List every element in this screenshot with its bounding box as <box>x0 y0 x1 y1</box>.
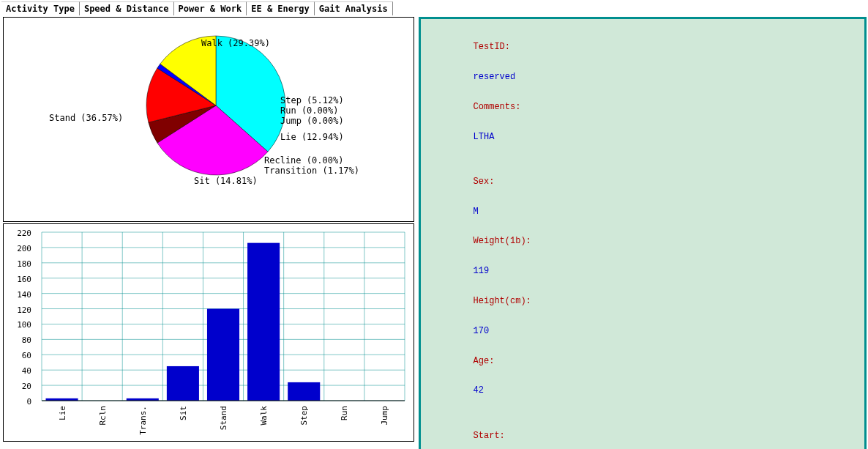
pie-label-step: Step (5.12%) <box>280 95 344 105</box>
pie-label-walk: Walk (29.39%) <box>201 38 270 48</box>
sex-value: M <box>474 207 479 217</box>
comments-value: LTHA <box>474 132 495 142</box>
weight-label: Weight(1b): <box>474 236 531 246</box>
bar-ytick: 140 <box>10 290 31 300</box>
bar-chart-panel: 020406080100120140160180200220LieRclnTra… <box>3 223 414 442</box>
pie-label-sit: Sit (14.81%) <box>194 176 258 186</box>
tab-activity-type[interactable]: Activity Type <box>1 1 80 15</box>
bar-category-label: Sit <box>179 406 188 420</box>
bar-ytick: 200 <box>10 244 31 253</box>
svg-rect-27 <box>247 243 280 401</box>
bar-category-label: Step <box>299 406 309 426</box>
bar-ytick: 80 <box>10 335 31 345</box>
start-label: Start: <box>474 431 505 441</box>
bar-category-label: Stand <box>219 406 228 430</box>
testid-value: reserved <box>474 72 516 82</box>
bar-category-label: Jump <box>380 406 389 426</box>
bar-ytick: 160 <box>10 275 31 284</box>
pie-label-run: Run (0.00%) <box>280 105 338 116</box>
tab-ee-energy[interactable]: EE & Energy <box>247 1 314 15</box>
age-label: Age: <box>474 356 495 366</box>
pie-label-stand: Stand (36.57%) <box>49 113 123 123</box>
bar-category-label: Lie <box>58 406 67 420</box>
bar-category-label: Trans. <box>138 406 148 435</box>
tab-speed-distance[interactable]: Speed & Distance <box>80 1 174 15</box>
svg-rect-26 <box>207 309 239 401</box>
bar-ytick: 20 <box>10 382 31 391</box>
bar-ytick: 0 <box>10 397 31 407</box>
bar-ytick: 100 <box>10 320 31 330</box>
age-value: 42 <box>474 385 484 396</box>
bar-category-label: Run <box>340 406 349 420</box>
sex-label: Sex: <box>474 177 495 187</box>
pie-label-recline: Recline (0.00%) <box>264 155 343 166</box>
bar-ytick: 40 <box>10 366 31 376</box>
pie-label-lie: Lie (12.94%) <box>280 132 344 142</box>
bar-ytick: 220 <box>10 229 31 238</box>
pie-label-transition: Transition (1.17%) <box>264 166 359 176</box>
info-panel: TestID: reserved Comments: LTHA Sex: M W… <box>419 17 867 449</box>
height-value: 170 <box>474 326 490 336</box>
pie-label-jump: Jump (0.00%) <box>280 116 344 126</box>
bar-ytick: 60 <box>10 351 31 360</box>
bar-chart <box>11 228 412 411</box>
bar-category-label: Walk <box>259 406 269 426</box>
svg-rect-25 <box>167 366 199 401</box>
tab-bar: Activity Type Speed & Distance Power & W… <box>0 0 868 15</box>
bar-ytick: 120 <box>10 305 31 315</box>
testid-label: TestID: <box>474 42 510 52</box>
bar-category-label: Rcln <box>98 406 108 426</box>
bar-ytick: 180 <box>10 259 31 269</box>
weight-value: 119 <box>474 266 490 276</box>
comments-label: Comments: <box>474 102 521 112</box>
pie-chart-panel: Walk (29.39%) Stand (36.57%) Step (5.12%… <box>3 17 414 222</box>
svg-rect-28 <box>288 382 320 401</box>
height-label: Height(cm): <box>474 296 531 306</box>
tab-gait-analysis[interactable]: Gait Analysis <box>315 1 393 15</box>
tab-power-work[interactable]: Power & Work <box>174 1 247 15</box>
